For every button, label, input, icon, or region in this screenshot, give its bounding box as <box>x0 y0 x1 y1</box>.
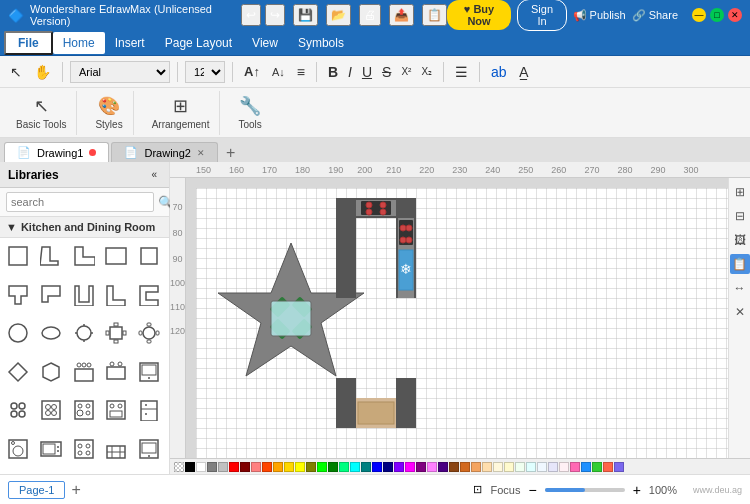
sidebar-btn-1[interactable]: ⊞ <box>730 182 750 202</box>
hand-tool[interactable]: ✋ <box>30 61 55 83</box>
color-swatch-0[interactable] <box>185 462 195 472</box>
shape-circle[interactable] <box>4 319 32 347</box>
shape-socket[interactable] <box>70 435 98 463</box>
subscript-btn[interactable]: X₂ <box>417 63 436 80</box>
print-icon[interactable]: 🖨 <box>359 4 381 26</box>
color-swatch-32[interactable] <box>537 462 547 472</box>
styles-btn[interactable]: 🎨 Styles <box>93 93 124 132</box>
color-swatch-38[interactable] <box>603 462 613 472</box>
font-size-select[interactable]: 12 <box>185 61 225 83</box>
shape-table-sq-chairs[interactable] <box>102 319 130 347</box>
font-grow-btn[interactable]: A↑ <box>240 61 264 82</box>
cursor-tool[interactable]: ↖ <box>6 61 26 83</box>
shape-l1[interactable] <box>37 242 65 270</box>
zoom-in-btn[interactable]: + <box>633 482 641 498</box>
color-swatch-22[interactable] <box>427 462 437 472</box>
color-swatch-12[interactable] <box>317 462 327 472</box>
sidebar-btn-6[interactable]: ✕ <box>730 302 750 322</box>
shape-hexagon[interactable] <box>37 358 65 386</box>
italic-btn[interactable]: I <box>344 61 356 83</box>
panel-collapse-btn[interactable]: « <box>147 166 161 183</box>
color-swatch-24[interactable] <box>449 462 459 472</box>
color-swatch-26[interactable] <box>471 462 481 472</box>
drawing2-close[interactable]: ✕ <box>197 148 205 158</box>
underline-btn[interactable]: U <box>358 61 376 83</box>
color-swatch-31[interactable] <box>526 462 536 472</box>
sidebar-btn-2[interactable]: ⊟ <box>730 206 750 226</box>
color-swatch-5[interactable] <box>240 462 250 472</box>
color-swatch-4[interactable] <box>229 462 239 472</box>
fit-page-btn[interactable]: ⊡ <box>473 483 482 496</box>
strikethrough-btn[interactable]: S <box>378 61 395 83</box>
shape-appliance2[interactable] <box>37 396 65 424</box>
search-input[interactable] <box>6 192 154 212</box>
color-swatch-14[interactable] <box>339 462 349 472</box>
tab-drawing2[interactable]: 📄 Drawing2 ✕ <box>111 142 217 162</box>
shape-appliance1[interactable] <box>4 396 32 424</box>
font-shrink-btn[interactable]: A↓ <box>268 63 289 81</box>
align-btn[interactable]: ≡ <box>293 61 309 83</box>
menu-home[interactable]: Home <box>53 32 105 54</box>
color-swatch-23[interactable] <box>438 462 448 472</box>
color-swatch-33[interactable] <box>548 462 558 472</box>
shape-rectangle[interactable] <box>4 242 32 270</box>
sidebar-btn-5[interactable]: ↔ <box>730 278 750 298</box>
zoom-out-btn[interactable]: − <box>528 482 536 498</box>
shape-rect2[interactable] <box>102 242 130 270</box>
color-swatch-25[interactable] <box>460 462 470 472</box>
shape-t1[interactable] <box>4 281 32 309</box>
color-swatch-30[interactable] <box>515 462 525 472</box>
undo-button[interactable]: ↩ <box>241 4 261 26</box>
shape-microwave[interactable] <box>37 435 65 463</box>
shape-shelf[interactable] <box>102 435 130 463</box>
sign-in-button[interactable]: Sign In <box>517 0 566 31</box>
color-swatch-20[interactable] <box>405 462 415 472</box>
share-button[interactable]: 🔗 Share <box>632 9 678 22</box>
save-icon[interactable]: 💾 <box>293 4 318 26</box>
library-section-header[interactable]: ▼ Kitchen and Dining Room <box>0 217 169 238</box>
list-btn[interactable]: ☰ <box>451 61 472 83</box>
color-swatch-17[interactable] <box>372 462 382 472</box>
export-icon[interactable]: 📤 <box>389 4 414 26</box>
minimize-button[interactable]: — <box>692 8 706 22</box>
color-swatch-16[interactable] <box>361 462 371 472</box>
color-swatch-36[interactable] <box>581 462 591 472</box>
shape-sq[interactable] <box>135 242 163 270</box>
color-swatch-35[interactable] <box>570 462 580 472</box>
color-swatch-9[interactable] <box>284 462 294 472</box>
color-swatch-28[interactable] <box>493 462 503 472</box>
shape-counter2[interactable] <box>102 358 130 386</box>
color-swatch-18[interactable] <box>383 462 393 472</box>
buy-now-button[interactable]: ♥ Buy Now <box>447 0 512 30</box>
highlight-color-btn[interactable]: A̲ <box>515 61 533 83</box>
shape-diamond[interactable] <box>4 358 32 386</box>
menu-view[interactable]: View <box>242 32 288 54</box>
shape-fridge[interactable] <box>135 396 163 424</box>
arrangement-btn[interactable]: ⊞ Arrangement <box>150 93 212 132</box>
color-swatch-27[interactable] <box>482 462 492 472</box>
open-icon[interactable]: 📂 <box>326 4 351 26</box>
color-swatch-6[interactable] <box>251 462 261 472</box>
menu-file[interactable]: File <box>4 31 53 55</box>
shape-l2[interactable] <box>70 242 98 270</box>
sidebar-btn-4[interactable]: 📋 <box>730 254 750 274</box>
superscript-btn[interactable]: X² <box>397 63 415 80</box>
shape-appliance4[interactable] <box>102 396 130 424</box>
color-swatch-transparent[interactable] <box>174 462 184 472</box>
canvas-area[interactable]: 150 160 170 180 190 200 210 220 230 240 … <box>170 162 750 458</box>
shape-t2[interactable] <box>37 281 65 309</box>
color-swatch-7[interactable] <box>262 462 272 472</box>
color-swatch-15[interactable] <box>350 462 360 472</box>
maximize-button[interactable]: □ <box>710 8 724 22</box>
color-swatch-29[interactable] <box>504 462 514 472</box>
color-swatch-2[interactable] <box>207 462 217 472</box>
color-swatch-3[interactable] <box>218 462 228 472</box>
color-swatch-37[interactable] <box>592 462 602 472</box>
menu-page-layout[interactable]: Page Layout <box>155 32 242 54</box>
color-swatch-10[interactable] <box>295 462 305 472</box>
color-swatch-21[interactable] <box>416 462 426 472</box>
font-color-btn[interactable]: ab <box>487 61 511 83</box>
tab-drawing1[interactable]: 📄 Drawing1 <box>4 142 109 162</box>
sidebar-btn-3[interactable]: 🖼 <box>730 230 750 250</box>
tools-btn[interactable]: 🔧 Tools <box>236 93 263 132</box>
